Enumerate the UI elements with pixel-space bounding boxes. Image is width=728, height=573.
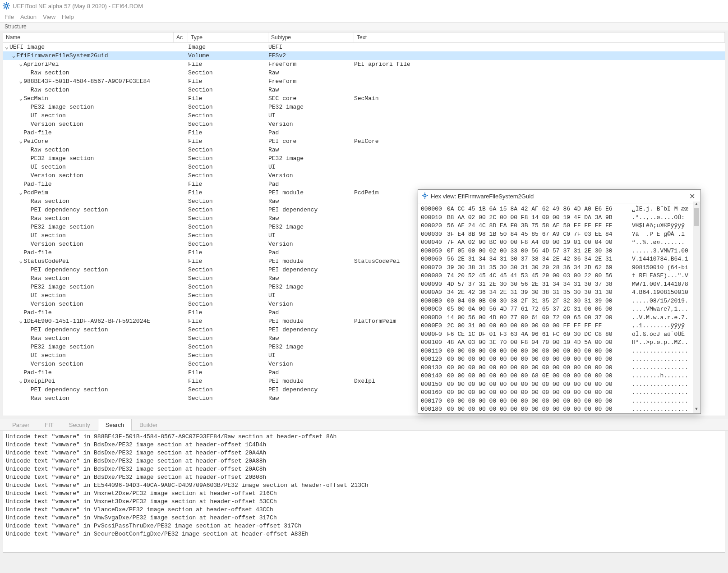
hex-row[interactable]: 00012000 00 00 00 00 00 00 00 00 00 00 0… — [421, 355, 698, 364]
menu-help[interactable]: Help — [62, 14, 74, 20]
scroll-up-icon[interactable]: ▲ — [693, 202, 700, 208]
tree-row[interactable]: Pad-fileFilePad — [3, 180, 725, 188]
tree-row[interactable]: Version sectionSectionVersion — [3, 120, 725, 128]
expand-arrow-icon[interactable] — [26, 111, 31, 120]
hex-row[interactable]: 00015000 00 00 00 00 00 00 00 00 00 00 0… — [421, 380, 698, 389]
search-result-line[interactable]: Unicode text "vmware" in SecureBootConfi… — [6, 530, 722, 538]
expand-arrow-icon[interactable] — [26, 360, 31, 368]
expand-arrow-icon[interactable] — [26, 120, 31, 128]
hex-row[interactable]: 00011000 00 00 00 00 00 00 00 00 00 00 0… — [421, 347, 698, 356]
expand-arrow-icon[interactable] — [26, 283, 31, 291]
tree-row[interactable]: Raw sectionSectionRaw — [3, 69, 725, 77]
expand-arrow-icon[interactable]: ⌄ — [19, 137, 23, 146]
expand-arrow-icon[interactable] — [19, 128, 23, 137]
search-result-line[interactable]: Unicode text "vmware" in Vmxnet2Dxe/PE32… — [6, 490, 722, 498]
expand-arrow-icon[interactable] — [26, 103, 31, 111]
expand-arrow-icon[interactable] — [26, 231, 31, 240]
hex-row[interactable]: 00010048 AA 03 00 3E 70 00 F8 04 70 00 1… — [421, 339, 698, 347]
expand-arrow-icon[interactable]: ⌄ — [19, 317, 23, 325]
hex-row[interactable]: 00008074 20 52 45 4C 45 41 53 45 29 00 0… — [421, 272, 698, 280]
hex-row[interactable]: 0000303F E4 8B 98 1B 50 84 45 85 67 A9 C… — [421, 230, 698, 239]
hex-view-body[interactable]: 0000000A CC 45 1B 6A 15 8A 42 AF 62 49 8… — [418, 203, 700, 413]
hex-row[interactable]: 00017000 00 00 00 00 00 00 00 00 00 00 0… — [421, 397, 698, 406]
hex-view-close-button[interactable]: ✕ — [687, 192, 697, 201]
tree-row[interactable]: Raw sectionSectionRaw — [3, 146, 725, 154]
hex-row[interactable]: 0000B000 04 00 0B 00 30 38 2F 31 35 2F 3… — [421, 297, 698, 306]
expand-arrow-icon[interactable] — [26, 206, 31, 214]
expand-arrow-icon[interactable]: ⌄ — [12, 51, 17, 60]
hex-row[interactable]: 0000A034 2E 42 36 34 2E 31 39 30 38 31 3… — [421, 289, 698, 297]
search-result-line[interactable]: Unicode text "vmware" in BdsDxe/PE32 ima… — [6, 473, 722, 481]
tree-row[interactable]: ⌄EfiFirmwareFileSystem2GuidVolumeFFSv2 — [3, 51, 725, 60]
expand-arrow-icon[interactable] — [26, 325, 31, 334]
expand-arrow-icon[interactable] — [26, 171, 31, 180]
expand-arrow-icon[interactable] — [19, 368, 23, 377]
tree-row[interactable]: ⌄PeiCoreFilePEI corePeiCore — [3, 137, 725, 146]
hex-row[interactable]: 00007039 30 38 31 35 30 30 31 30 20 28 3… — [421, 264, 698, 272]
expand-arrow-icon[interactable] — [26, 385, 31, 394]
expand-arrow-icon[interactable] — [19, 308, 23, 317]
tree-row[interactable]: PE32 image sectionSectionPE32 image — [3, 154, 725, 163]
search-results[interactable]: Unicode text "vmware" in 988BE43F-501B-4… — [3, 431, 725, 553]
hex-row[interactable]: 0000500F 05 00 00 02 00 33 00 56 4D 57 3… — [421, 247, 698, 256]
hex-row[interactable]: 000010B8 AA 02 00 2C 00 00 F8 14 00 00 1… — [421, 214, 698, 222]
search-result-line[interactable]: Unicode text "vmware" in VmwSvgaDxe/PE32… — [6, 514, 722, 522]
scroll-thumb[interactable] — [694, 208, 699, 226]
expand-arrow-icon[interactable] — [26, 223, 31, 231]
tree-row[interactable]: UI sectionSectionUI — [3, 111, 725, 120]
tree-row[interactable]: ⌄SecMainFileSEC coreSecMain — [3, 94, 725, 103]
hex-row[interactable]: 00013000 00 00 00 00 00 00 00 00 00 00 0… — [421, 364, 698, 372]
expand-arrow-icon[interactable]: ⌄ — [19, 188, 23, 197]
tree-row[interactable]: ⌄AprioriPeiFileFreeformPEI apriori file — [3, 60, 725, 69]
hex-row[interactable]: 0000407F AA 02 00 BC 00 00 F8 A4 00 00 1… — [421, 238, 698, 247]
search-result-line[interactable]: Unicode text "vmware" in Vmxnet3Dxe/PE32… — [6, 498, 722, 506]
tree-row[interactable]: ⌄988BE43F-501B-4584-8567-A9C07F03EE84Fil… — [3, 77, 725, 86]
expand-arrow-icon[interactable] — [26, 274, 31, 283]
col-action[interactable]: Ac — [174, 32, 188, 42]
hex-row[interactable]: 0000C005 00 0A 00 56 4D 77 61 72 65 37 2… — [421, 305, 698, 314]
hex-row[interactable]: 0000D014 00 56 00 4D 00 77 00 61 00 72 0… — [421, 314, 698, 322]
search-result-line[interactable]: Unicode text "vmware" in 988BE43F-501B-4… — [6, 433, 722, 441]
col-type[interactable]: Type — [188, 32, 268, 42]
hex-row[interactable]: 00002056 AE 24 4C 8D EA F0 3B 75 58 AE 5… — [421, 222, 698, 230]
expand-arrow-icon[interactable] — [26, 351, 31, 360]
menu-file[interactable]: File — [5, 14, 14, 20]
tab-fit[interactable]: FIT — [37, 419, 61, 431]
hex-row[interactable]: 0000904D 57 37 31 2E 30 30 56 2E 31 34 3… — [421, 280, 698, 289]
expand-arrow-icon[interactable] — [26, 300, 31, 308]
col-name[interactable]: Name — [3, 32, 174, 42]
col-text[interactable]: Text — [354, 32, 725, 42]
tree-row[interactable]: ⌄UEFI imageImageUEFI — [3, 43, 725, 51]
expand-arrow-icon[interactable] — [26, 266, 31, 274]
hex-row[interactable]: 00016000 00 00 00 00 00 00 00 00 00 00 0… — [421, 389, 698, 397]
search-result-line[interactable]: Unicode text "vmware" in BdsDxe/PE32 ima… — [6, 441, 722, 449]
tab-builder[interactable]: Builder — [132, 419, 165, 431]
expand-arrow-icon[interactable] — [19, 180, 23, 188]
hex-row[interactable]: 00018000 00 00 00 00 00 00 00 00 00 00 0… — [421, 405, 698, 413]
hex-row[interactable]: 0000000A CC 45 1B 6A 15 8A 42 AF 62 49 8… — [421, 205, 698, 214]
expand-arrow-icon[interactable]: ⌄ — [19, 77, 23, 86]
expand-arrow-icon[interactable] — [26, 163, 31, 171]
hex-view-titlebar[interactable]: Hex view: EfiFirmwareFileSystem2Guid ✕ — [418, 190, 700, 203]
expand-arrow-icon[interactable] — [26, 197, 31, 206]
search-result-line[interactable]: Unicode text "vmware" in VlanceDxe/PE32 … — [6, 506, 722, 514]
expand-arrow-icon[interactable] — [26, 291, 31, 300]
expand-arrow-icon[interactable]: ⌄ — [5, 43, 9, 51]
menu-view[interactable]: View — [43, 14, 55, 20]
search-result-line[interactable]: Unicode text "vmware" in BdsDxe/PE32 ima… — [6, 465, 722, 473]
menu-action[interactable]: Action — [20, 14, 37, 20]
expand-arrow-icon[interactable]: ⌄ — [19, 60, 23, 69]
search-result-line[interactable]: Unicode text "vmware" in BdsDxe/PE32 ima… — [6, 449, 722, 457]
hex-row[interactable]: 0000F0F6 CE 1C DF 01 F3 63 4A 96 61 FC 6… — [421, 330, 698, 339]
col-subtype[interactable]: Subtype — [268, 32, 354, 42]
search-result-line[interactable]: Unicode text "vmware" in PvScsiPassThruD… — [6, 522, 722, 530]
tab-parser[interactable]: Parser — [5, 419, 37, 431]
expand-arrow-icon[interactable] — [26, 86, 31, 94]
hex-row[interactable]: 00014000 00 00 00 00 00 00 00 68 0E 00 0… — [421, 372, 698, 380]
hex-row[interactable]: 00006056 2E 31 34 34 31 30 37 38 34 2E 4… — [421, 255, 698, 264]
tree-row[interactable]: Raw sectionSectionRaw — [3, 86, 725, 94]
tab-security[interactable]: Security — [61, 419, 98, 431]
scroll-down-icon[interactable]: ▼ — [693, 407, 700, 413]
expand-arrow-icon[interactable] — [26, 394, 31, 403]
expand-arrow-icon[interactable] — [26, 146, 31, 154]
